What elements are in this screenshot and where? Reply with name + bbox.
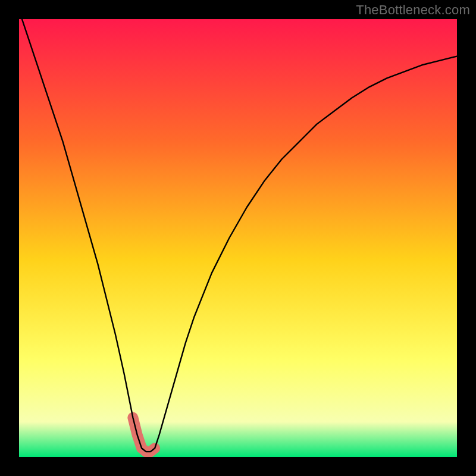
chart-frame (19, 19, 457, 457)
watermark-text: TheBottleneck.com (356, 2, 470, 18)
chart-svg (19, 19, 457, 457)
gradient-background (19, 19, 457, 457)
